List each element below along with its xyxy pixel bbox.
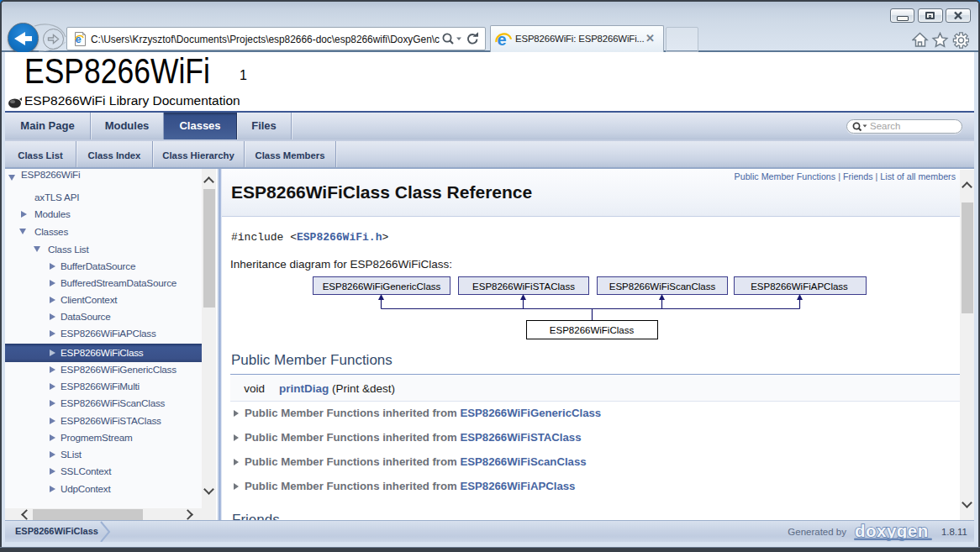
svg-text:e: e	[76, 33, 82, 45]
svg-text:doxygen: doxygen	[855, 522, 929, 540]
svg-text:ESP8266WiFiAPClass: ESP8266WiFiAPClass	[751, 281, 848, 292]
svg-text:ESP8266WiFiGenericClass: ESP8266WiFiGenericClass	[323, 281, 441, 292]
svg-text:ESP8266WiFiScanClass: ESP8266WiFiScanClass	[609, 281, 716, 292]
svg-text:ESP8266WiFiClass: ESP8266WiFiClass	[550, 325, 635, 335]
svg-text:ESP8266WiFiSTAClass: ESP8266WiFiSTAClass	[472, 281, 575, 292]
